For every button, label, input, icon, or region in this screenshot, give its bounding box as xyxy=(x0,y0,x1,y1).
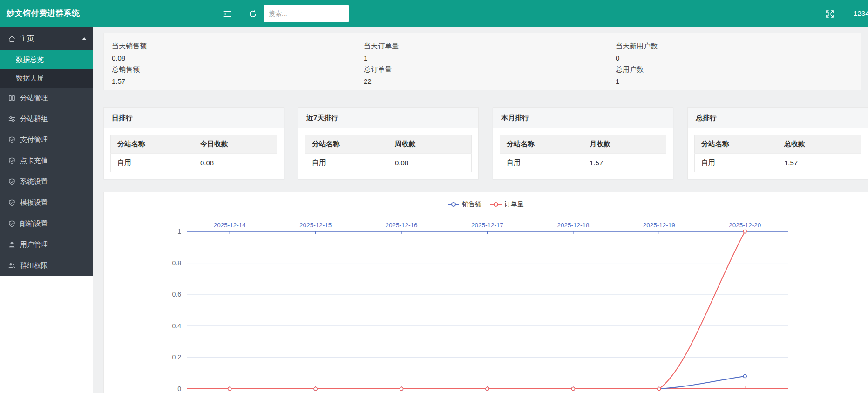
table-cell: 1.57 xyxy=(583,154,666,172)
stat-label: 当天销售额 xyxy=(112,42,364,51)
legend-item-orders[interactable]: 订单量 xyxy=(490,200,524,209)
sidebar-item-data-overview[interactable]: 数据总览 xyxy=(0,50,93,69)
stat-cell: 总订单量 22 xyxy=(364,65,616,82)
legend-label: 订单量 xyxy=(504,200,524,209)
table-row: 自用 0.08 xyxy=(305,154,472,172)
data-point xyxy=(743,374,746,378)
ranking-table: 分站名称 总收款 自用 1.57 xyxy=(694,135,861,172)
sidebar-item-card-recharge[interactable]: 点卡充值 xyxy=(0,150,93,171)
shield-check-icon xyxy=(8,157,16,165)
x-tick-label-top: 2025-12-14 xyxy=(214,222,246,229)
data-point xyxy=(228,387,231,391)
column-header: 分站名称 xyxy=(695,135,778,154)
stat-value: 1 xyxy=(364,54,616,62)
sidebar-item-data-screen[interactable]: 数据大屏 xyxy=(0,69,93,88)
header: 妙文馆付费进群系统 xyxy=(0,0,868,27)
fullscreen-icon xyxy=(825,9,834,19)
sidebar: 主页 数据总览 数据大屏 分站管理 xyxy=(0,27,93,393)
column-header: 总收款 xyxy=(778,135,861,154)
x-tick-label-top: 2025-12-16 xyxy=(386,222,418,229)
column-header: 月收款 xyxy=(583,135,666,154)
shield-check-icon xyxy=(8,199,16,207)
caret-up-icon xyxy=(82,37,87,40)
stat-cell: 当天订单量 1 xyxy=(364,42,616,59)
x-tick-label-top: 2025-12-15 xyxy=(299,222,332,229)
menu-toggle-button[interactable] xyxy=(223,9,232,19)
refresh-button[interactable] xyxy=(248,9,258,19)
menu-toggle-icon xyxy=(223,9,232,19)
column-header: 今日收款 xyxy=(194,135,277,154)
data-point xyxy=(400,387,403,391)
column-header: 周收款 xyxy=(388,135,472,154)
table-cell: 自用 xyxy=(695,154,778,172)
table-cell: 0.08 xyxy=(388,154,472,172)
search-input[interactable] xyxy=(264,5,349,22)
y-tick-label: 0.2 xyxy=(172,353,182,361)
ranking-table: 分站名称 周收款 自用 0.08 xyxy=(305,135,472,172)
sidebar-item-user-management[interactable]: 用户管理 xyxy=(0,234,93,255)
stats-panel: 当天销售额 0.08 当天订单量 1 当天新用户数 0 总销售额 1.57 总订… xyxy=(103,33,861,90)
username[interactable]: 12345 xyxy=(854,0,868,27)
x-tick-label-bottom: 2025-12-19 xyxy=(643,391,675,393)
data-point xyxy=(743,230,746,233)
ranking-card-title: 本月排行 xyxy=(493,108,673,128)
sidebar-item-substation-groups[interactable]: 分站群组 xyxy=(0,108,93,129)
ranking-card-month: 本月排行 分站名称 月收款 自用 1.57 xyxy=(493,107,673,179)
table-cell: 自用 xyxy=(111,154,194,172)
stat-label: 总用户数 xyxy=(616,65,861,74)
stat-cell: 当天新用户数 0 xyxy=(616,42,861,59)
x-tick-label-top: 2025-12-17 xyxy=(471,222,503,229)
chart-card: 销售额 订单量 00.20.40.60.812025-12-142025-12-… xyxy=(103,192,868,393)
refresh-icon xyxy=(248,9,258,19)
sidebar-item-mail-settings[interactable]: 邮箱设置 xyxy=(0,213,93,234)
ranking-card-daily: 日排行 分站名称 今日收款 自用 0.08 xyxy=(103,107,284,179)
stat-label: 总销售额 xyxy=(112,65,364,74)
stat-cell: 当天销售额 0.08 xyxy=(112,42,364,59)
sidebar-item-group-permissions[interactable]: 群组权限 xyxy=(0,255,93,276)
main-content: 当天销售额 0.08 当天订单量 1 当天新用户数 0 总销售额 1.57 总订… xyxy=(93,27,868,393)
stat-cell: 总销售额 1.57 xyxy=(112,65,364,82)
sidebar-item-label: 主页 xyxy=(20,34,34,43)
sales-orders-chart: 00.20.40.60.812025-12-142025-12-142025-1… xyxy=(104,192,868,393)
table-cell: 0.08 xyxy=(194,154,277,172)
stat-value: 22 xyxy=(364,77,616,85)
stat-value: 0 xyxy=(616,54,861,62)
x-tick-label-top: 2025-12-19 xyxy=(643,222,675,229)
ranking-table: 分站名称 月收款 自用 1.57 xyxy=(500,135,666,172)
sidebar-item-system-settings[interactable]: 系统设置 xyxy=(0,171,93,192)
ranking-card-title: 总排行 xyxy=(688,108,868,128)
column-header: 分站名称 xyxy=(111,135,194,154)
sidebar-item-template-settings[interactable]: 模板设置 xyxy=(0,192,93,213)
x-tick-label-bottom: 2025-12-18 xyxy=(557,391,589,393)
fullscreen-button[interactable] xyxy=(825,9,834,19)
y-tick-label: 0.6 xyxy=(172,291,182,298)
shield-check-icon xyxy=(8,178,16,186)
sidebar-item-home[interactable]: 主页 xyxy=(0,27,93,50)
y-tick-label: 0.8 xyxy=(172,259,182,267)
x-tick-label-bottom: 2025-12-15 xyxy=(299,391,332,393)
stat-cell: 总用户数 1 xyxy=(616,65,861,82)
data-point xyxy=(486,387,489,391)
table-cell: 1.57 xyxy=(778,154,861,172)
x-tick-label-top: 2025-12-20 xyxy=(729,222,761,229)
columns-icon xyxy=(8,94,16,102)
data-point xyxy=(314,387,317,391)
table-row: 自用 1.57 xyxy=(500,154,666,172)
app-title: 妙文馆付费进群系统 xyxy=(7,0,80,27)
line-marker-icon xyxy=(490,202,502,207)
legend-item-sales[interactable]: 销售额 xyxy=(448,200,481,209)
x-tick-label-bottom: 2025-12-14 xyxy=(214,391,246,393)
ranking-table: 分站名称 今日收款 自用 0.08 xyxy=(110,135,277,172)
stat-value: 1 xyxy=(616,77,861,85)
x-tick-label-top: 2025-12-18 xyxy=(557,222,589,229)
stat-label: 当天新用户数 xyxy=(616,42,861,51)
sidebar-item-substation-management[interactable]: 分站管理 xyxy=(0,88,93,108)
home-icon xyxy=(8,35,16,43)
x-tick-label-bottom: 2025-12-20 xyxy=(729,391,761,393)
legend-label: 销售额 xyxy=(462,200,481,209)
shield-check-icon xyxy=(8,220,16,228)
ranking-card-7days: 近7天排行 分站名称 周收款 自用 0.08 xyxy=(298,107,479,179)
user-icon xyxy=(8,241,16,249)
line-marker-icon xyxy=(448,202,460,207)
sidebar-item-payment-management[interactable]: 支付管理 xyxy=(0,129,93,150)
